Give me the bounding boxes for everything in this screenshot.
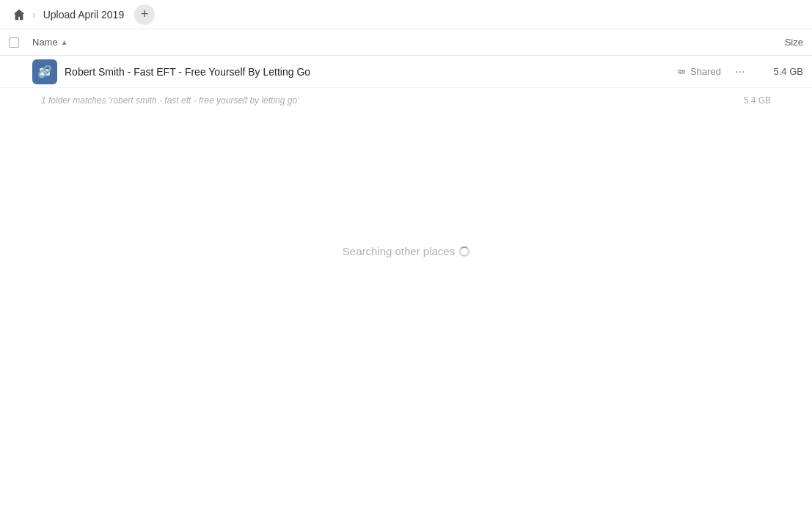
name-column-header[interactable]: Name ▲ [32,37,745,48]
size-column-header[interactable]: Size [745,37,803,48]
match-info-text: 1 folder matches 'robert smith - fast ef… [41,95,744,106]
breadcrumb-bar: › Upload April 2019 + [0,0,812,29]
select-all-checkbox-col[interactable] [9,37,32,48]
searching-text: Searching other places [343,245,469,257]
sort-arrow-icon: ▲ [61,38,68,46]
file-row[interactable]: 🔗 Robert Smith - Fast EFT - Free Yoursel… [0,56,812,88]
loading-spinner [459,246,469,257]
match-info-row: 1 folder matches 'robert smith - fast ef… [0,88,812,113]
shared-link-icon [676,67,687,77]
shared-label: Shared [690,66,721,77]
file-size: 5.4 GB [759,66,803,77]
match-info-size: 5.4 GB [744,95,771,106]
searching-section: Searching other places [0,113,812,389]
home-icon [12,8,26,21]
add-button[interactable]: + [134,4,155,25]
shared-badge: Shared [676,66,721,77]
home-button[interactable] [9,4,29,25]
link-icon: 🔗 [37,65,52,78]
folder-icon-wrap: 🔗 [32,59,57,84]
select-all-checkbox[interactable] [9,37,19,48]
breadcrumb-current-folder[interactable]: Upload April 2019 [39,7,129,22]
column-header-row: Name ▲ Size [0,29,812,56]
more-options-button[interactable]: ··· [730,62,750,82]
file-name: Robert Smith - Fast EFT - Free Yourself … [65,66,676,78]
breadcrumb-separator: › [32,9,36,21]
